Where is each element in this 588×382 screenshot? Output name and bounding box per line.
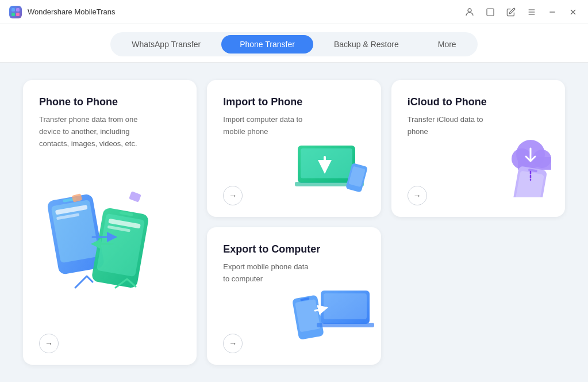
svg-rect-40 [324,293,367,319]
title-bar: Wondershare MobileTrans [0,0,588,24]
svg-rect-1 [16,8,20,12]
nav-bar: WhatsApp Transfer Phone Transfer Backup … [0,24,588,63]
card-icloud-arrow[interactable]: → [408,186,427,205]
minimize-button[interactable] [547,6,558,18]
card-import-to-phone[interactable]: Import to Phone Import computer data to … [207,80,381,217]
svg-rect-41 [317,323,374,327]
export-illustration [289,282,375,348]
svg-rect-25 [301,148,352,178]
card-import-title: Import to Phone [223,96,364,108]
window-button[interactable] [485,6,496,18]
nav-item-more[interactable]: More [420,35,475,54]
card-phone-to-phone-desc: Transfer phone data from one device to a… [39,114,154,150]
edit-button[interactable] [505,6,517,18]
main-content: Phone to Phone Transfer phone data from … [0,63,588,382]
import-illustration [295,134,375,197]
phone-to-phone-illustration [41,190,179,311]
account-button[interactable] [464,6,475,18]
svg-rect-0 [11,8,15,12]
svg-rect-5 [487,9,494,16]
card-icloud-to-phone[interactable]: iCloud to Phone Transfer iCloud data to … [391,80,565,217]
nav-item-whatsapp[interactable]: WhatsApp Transfer [113,35,219,54]
cards-grid: Phone to Phone Transfer phone data from … [23,80,565,365]
card-export-arrow[interactable]: → [223,334,243,353]
nav-item-phone[interactable]: Phone Transfer [221,35,313,54]
close-button[interactable] [567,6,579,18]
svg-point-4 [468,9,471,12]
card-export-title: Export to Computer [223,243,364,255]
card-export-to-computer[interactable]: Export to Computer Export mobile phone d… [207,227,381,365]
title-bar-controls [464,6,579,18]
card-phone-to-phone-arrow[interactable]: → [39,334,59,353]
svg-rect-23 [129,191,141,202]
app-icon [9,6,22,18]
card-icloud-title: iCloud to Phone [408,96,549,108]
nav-item-backup[interactable]: Backup & Restore [316,35,417,54]
icloud-illustration [479,134,559,197]
svg-rect-2 [11,13,15,16]
menu-button[interactable] [526,6,537,18]
app-title: Wondershare MobileTrans [28,7,115,16]
card-phone-to-phone-title: Phone to Phone [39,96,180,108]
card-import-arrow[interactable]: → [223,186,243,205]
card-phone-to-phone[interactable]: Phone to Phone Transfer phone data from … [23,80,197,365]
nav-pill-container: WhatsApp Transfer Phone Transfer Backup … [110,32,477,56]
svg-rect-3 [16,13,20,16]
title-bar-left: Wondershare MobileTrans [9,6,115,18]
